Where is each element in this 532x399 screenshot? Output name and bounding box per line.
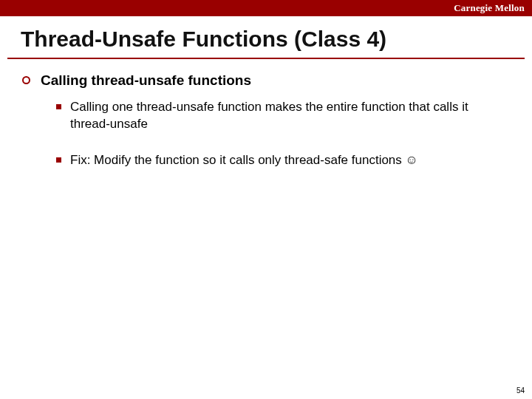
ring-bullet-icon xyxy=(22,76,30,84)
list-item: Calling one thread-unsafe function makes… xyxy=(56,99,510,133)
sublist: Calling one thread-unsafe function makes… xyxy=(22,99,510,169)
list-item-text: Fix: Modify the function so it calls onl… xyxy=(70,152,426,169)
page-number: 54 xyxy=(516,386,525,395)
square-bullet-icon xyxy=(56,104,61,109)
list-item-text: Calling thread-unsafe functions xyxy=(41,72,251,89)
list-item: Fix: Modify the function so it calls onl… xyxy=(56,152,510,169)
list-item: Calling thread-unsafe functions xyxy=(22,72,510,89)
slide-content: Calling thread-unsafe functions Calling … xyxy=(0,59,532,169)
list-item-text: Calling one thread-unsafe function makes… xyxy=(70,99,510,133)
square-bullet-icon xyxy=(56,157,61,163)
slide-title: Thread-Unsafe Functions (Class 4) xyxy=(0,16,532,55)
header-bar: Carnegie Mellon xyxy=(0,0,532,16)
brand-text: Carnegie Mellon xyxy=(454,2,525,14)
